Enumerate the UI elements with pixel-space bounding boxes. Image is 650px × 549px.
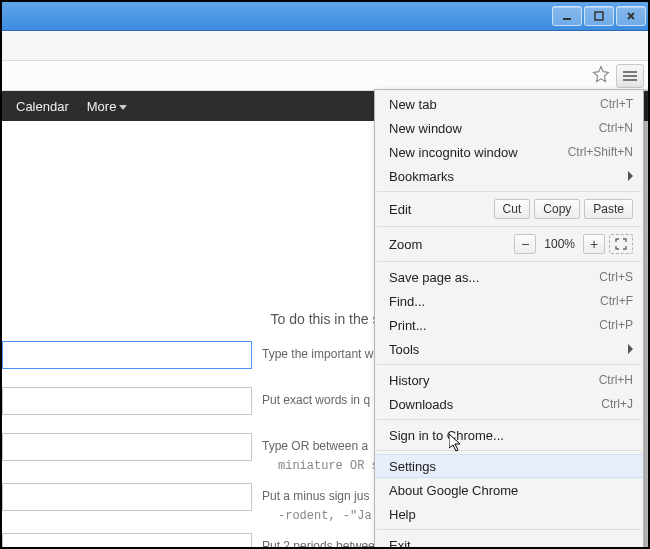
bookmark-star-icon[interactable] — [592, 65, 610, 87]
menu-item-signin[interactable]: Sign in to Chrome... — [375, 423, 643, 447]
menu-item-edit: Edit Cut Copy Paste — [375, 195, 643, 223]
hint-text: Type OR between a — [262, 433, 379, 453]
zoom-in-button[interactable]: + — [583, 234, 605, 254]
zoom-out-button[interactable]: − — [514, 234, 536, 254]
hint-example: -rodent, -"Ja — [278, 503, 372, 523]
menu-item-print[interactable]: Print...Ctrl+P — [375, 313, 643, 337]
menu-item-downloads[interactable]: DownloadsCtrl+J — [375, 392, 643, 416]
nav-more[interactable]: More — [87, 99, 128, 114]
hint-text: Put exact words in q — [262, 387, 370, 407]
menu-separator — [377, 419, 641, 420]
menu-item-settings[interactable]: Settings — [375, 454, 643, 478]
menu-item-zoom: Zoom − 100% + — [375, 230, 643, 258]
menu-item-find[interactable]: Find...Ctrl+F — [375, 289, 643, 313]
close-button[interactable] — [616, 6, 646, 26]
search-field-4[interactable] — [2, 483, 252, 511]
menu-item-incognito[interactable]: New incognito windowCtrl+Shift+N — [375, 140, 643, 164]
menu-separator — [377, 191, 641, 192]
chrome-menu: New tabCtrl+T New windowCtrl+N New incog… — [374, 89, 644, 549]
menu-item-history[interactable]: HistoryCtrl+H — [375, 368, 643, 392]
menu-separator — [377, 529, 641, 530]
menu-item-help[interactable]: Help — [375, 502, 643, 526]
submenu-arrow-icon — [628, 171, 633, 181]
menu-item-new-window[interactable]: New windowCtrl+N — [375, 116, 643, 140]
menu-separator — [377, 226, 641, 227]
menu-separator — [377, 450, 641, 451]
hint-text: Put a minus sign jus — [262, 483, 372, 503]
chrome-menu-button[interactable] — [616, 64, 644, 88]
nav-calendar[interactable]: Calendar — [16, 99, 69, 114]
minimize-button[interactable] — [552, 6, 582, 26]
search-field-5[interactable] — [2, 533, 252, 549]
tab-strip — [2, 31, 648, 61]
cut-button[interactable]: Cut — [494, 199, 531, 219]
search-field-1[interactable] — [2, 341, 252, 369]
zoom-value: 100% — [540, 237, 579, 251]
maximize-button[interactable] — [584, 6, 614, 26]
submenu-arrow-icon — [628, 344, 633, 354]
fullscreen-button[interactable] — [609, 234, 633, 254]
menu-separator — [377, 364, 641, 365]
menu-item-bookmarks[interactable]: Bookmarks — [375, 164, 643, 188]
hint-text: Type the important w — [262, 341, 373, 361]
menu-item-about[interactable]: About Google Chrome — [375, 478, 643, 502]
search-field-2[interactable] — [2, 387, 252, 415]
svg-rect-1 — [595, 12, 603, 20]
copy-button[interactable]: Copy — [534, 199, 580, 219]
menu-item-new-tab[interactable]: New tabCtrl+T — [375, 92, 643, 116]
hint-example: miniature OR s — [278, 453, 379, 473]
menu-item-tools[interactable]: Tools — [375, 337, 643, 361]
menu-item-save-as[interactable]: Save page as...Ctrl+S — [375, 265, 643, 289]
search-field-3[interactable] — [2, 433, 252, 461]
cursor-icon — [449, 434, 465, 454]
paste-button[interactable]: Paste — [584, 199, 633, 219]
menu-item-exit[interactable]: Exit — [375, 533, 643, 549]
menu-separator — [377, 261, 641, 262]
chevron-down-icon — [119, 105, 127, 110]
